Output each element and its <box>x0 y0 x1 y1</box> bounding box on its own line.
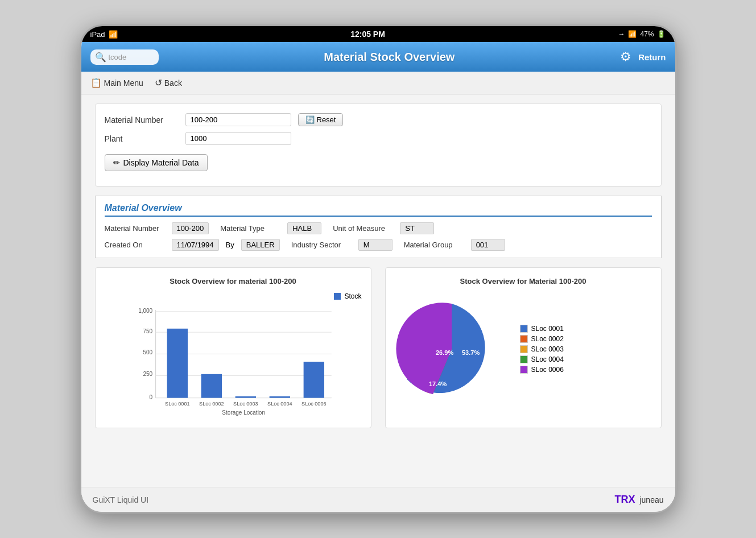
search-icon: 🔍 <box>95 52 106 63</box>
legend-sloc0004: SLoc 0004 <box>520 355 564 363</box>
bar-sloc0004 <box>269 396 290 398</box>
unit-of-measure-value: ST <box>400 222 434 234</box>
time-display: 12:05 PM <box>350 30 385 39</box>
device-frame: iPad 📶 12:05 PM → 📶 47% 🔋 🔍 Material Sto… <box>80 24 677 514</box>
svg-text:SLoc 0006: SLoc 0006 <box>301 401 326 407</box>
by-label: By <box>226 241 234 249</box>
back-nav[interactable]: ↺ Back <box>155 77 182 88</box>
legend-sloc0006: SLoc 0006 <box>520 366 564 374</box>
material-number-overview-value: 100-200 <box>172 222 209 234</box>
footer-right: TRX juneau <box>614 494 663 506</box>
status-bar-right: → 📶 47% 🔋 <box>618 30 666 38</box>
bar-chart-title: Stock Overview for material 100-200 <box>105 277 362 285</box>
screen: 🔍 Material Stock Overview ⚙ Return 📋 Mai… <box>81 42 675 512</box>
bar-legend-label: Stock <box>344 292 361 300</box>
legend-color-0006 <box>520 366 528 374</box>
svg-text:SLoc 0002: SLoc 0002 <box>199 401 224 407</box>
back-label: Back <box>164 78 182 88</box>
trx-logo: TRX <box>614 494 635 506</box>
industry-sector-value: M <box>358 239 393 251</box>
form-section: Material Number 🔄 Reset Plant ✏ Display … <box>95 104 662 187</box>
display-material-label: Display Material Data <box>123 158 199 167</box>
main-menu-nav[interactable]: 📋 Main Menu <box>90 77 143 88</box>
industry-sector-label: Industry Sector <box>291 241 354 249</box>
svg-text:0: 0 <box>149 394 152 400</box>
pie-label-0001: 53.7% <box>462 349 480 356</box>
bluetooth-icon: 📶 <box>628 30 637 38</box>
material-type-label: Material Type <box>220 224 283 233</box>
location-icon: → <box>618 30 625 38</box>
top-bar: 🔍 Material Stock Overview ⚙ Return <box>81 42 675 72</box>
battery-icon: 🔋 <box>657 30 666 38</box>
section-title: Material Overview <box>105 203 652 217</box>
battery-indicator: 47% <box>640 30 654 38</box>
material-number-label: Material Number <box>105 115 179 125</box>
material-number-overview-row: Material Number 100-200 <box>105 222 209 234</box>
main-menu-icon: 📋 <box>90 77 102 88</box>
material-number-overview-label: Material Number <box>105 224 167 233</box>
wifi-icon: 📶 <box>109 30 118 39</box>
content-area: Material Number 🔄 Reset Plant ✏ Display … <box>81 94 675 487</box>
pie-chart-section: Stock Overview for Material 100-200 <box>385 267 662 428</box>
material-number-row: Material Number 🔄 Reset <box>105 113 652 126</box>
display-material-row: ✏ Display Material Data <box>105 151 652 171</box>
legend-color-0002 <box>520 335 528 343</box>
legend-label-0002: SLoc 0002 <box>531 335 564 343</box>
footer-brand: GuiXT Liquid UI <box>93 495 149 504</box>
material-type-row: Material Type HALB <box>220 222 321 234</box>
pie-label-0002: 17.4% <box>429 380 447 387</box>
created-on-row: Created On 11/07/1994 By BALLER <box>105 239 280 251</box>
svg-text:1,000: 1,000 <box>138 308 152 314</box>
legend-label-0004: SLoc 0004 <box>531 355 564 363</box>
material-number-input[interactable] <box>185 113 291 126</box>
svg-text:Storage Location: Storage Location <box>222 409 265 416</box>
footer-bar: GuiXT Liquid UI TRX juneau <box>81 487 675 512</box>
svg-text:SLoc 0003: SLoc 0003 <box>233 401 258 407</box>
display-material-button[interactable]: ✏ Display Material Data <box>105 154 208 171</box>
legend-label-0001: SLoc 0001 <box>531 325 564 333</box>
bar-sloc0002 <box>201 374 221 398</box>
pie-chart-svg: 53.7% 17.4% 26.9% <box>395 292 509 406</box>
unit-of-measure-row: Unit of Measure ST <box>333 222 434 234</box>
legend-color-0001 <box>520 325 528 333</box>
created-on-value: 11/07/1994 <box>172 239 219 251</box>
page-title: Material Stock Overview <box>166 51 614 64</box>
bar-chart-section: Stock Overview for material 100-200 Stoc… <box>95 267 371 428</box>
unit-of-measure-label: Unit of Measure <box>333 224 395 233</box>
charts-container: Stock Overview for material 100-200 Stoc… <box>95 267 662 428</box>
back-icon: ↺ <box>155 77 162 88</box>
plant-input[interactable] <box>185 132 291 145</box>
nav-bar: 📋 Main Menu ↺ Back <box>81 72 675 94</box>
pie-container: 53.7% 17.4% 26.9% SLoc 0001 SLoc 00 <box>395 292 652 406</box>
bar-legend-square <box>334 293 341 300</box>
legend-label-0006: SLoc 0006 <box>531 366 564 374</box>
legend-sloc0001: SLoc 0001 <box>520 325 564 333</box>
material-group-row: Material Group 001 <box>404 239 505 251</box>
pie-legend: SLoc 0001 SLoc 0002 SLoc 0003 <box>520 325 564 374</box>
bar-chart: 0 250 500 750 1,000 <box>105 305 362 419</box>
return-button[interactable]: Return <box>638 52 666 62</box>
bar-sloc0006 <box>303 362 324 398</box>
legend-sloc0002: SLoc 0002 <box>520 335 564 343</box>
main-menu-label: Main Menu <box>104 78 143 88</box>
reset-icon: 🔄 <box>305 115 315 124</box>
pie-chart-title: Stock Overview for Material 100-200 <box>395 277 652 285</box>
svg-text:SLoc 0001: SLoc 0001 <box>165 401 189 407</box>
material-group-label: Material Group <box>404 241 466 249</box>
pie-label-0006: 26.9% <box>436 349 453 356</box>
ipad-label: iPad <box>90 30 105 39</box>
legend-color-0004 <box>520 355 528 363</box>
bar-chart-legend: Stock <box>105 292 362 300</box>
pencil-icon: ✏ <box>113 158 120 167</box>
search-input[interactable] <box>109 53 154 61</box>
search-box[interactable]: 🔍 <box>90 49 159 65</box>
top-bar-actions: ⚙ Return <box>620 49 666 64</box>
material-overview-section: Material Overview Material Number 100-20… <box>95 196 662 258</box>
status-bar-left: iPad 📶 <box>90 30 118 39</box>
svg-text:SLoc 0004: SLoc 0004 <box>267 401 292 407</box>
status-bar: iPad 📶 12:05 PM → 📶 47% 🔋 <box>81 26 675 42</box>
svg-text:500: 500 <box>143 349 152 355</box>
gear-icon[interactable]: ⚙ <box>620 49 631 64</box>
reset-button[interactable]: 🔄 Reset <box>298 113 344 126</box>
created-by-value: BALLER <box>241 239 280 251</box>
